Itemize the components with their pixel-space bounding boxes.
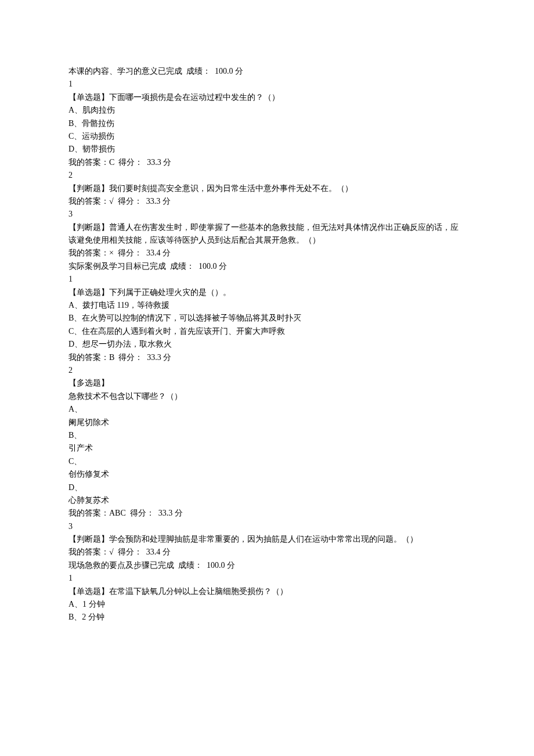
question-option: D、韧带损伤 [68,143,466,156]
answer-line: 我的答案：√ 得分： 33.3 分 [68,195,466,208]
question-option: A、 [68,403,466,416]
document-page: 本课的内容、学习的意义已完成 成绩： 100.0 分 1 【单选题】下面哪一项损… [0,0,534,756]
section-header: 现场急救的要点及步骤已完成 成绩： 100.0 分 [68,559,466,572]
answer-line: 我的答案：× 得分： 33.4 分 [68,247,466,260]
question-option: A、1 分钟 [68,598,466,611]
question-prompt: 急救技术不包含以下哪些？（） [68,390,466,403]
question-number: 3 [68,208,466,221]
question-option: B、在火势可以控制的情况下，可以选择被子等物品将其及时扑灭 [68,312,466,325]
answer-line: 我的答案：B 得分： 33.3 分 [68,351,466,364]
question-prompt: 【判断题】学会预防和处理脚抽筋是非常重要的，因为抽筋是人们在运动中常常出现的问题… [68,533,466,546]
answer-line: 我的答案：C 得分： 33.3 分 [68,156,466,169]
question-option: 创伤修复术 [68,468,466,481]
question-option: 阑尾切除术 [68,416,466,429]
section-header: 本课的内容、学习的意义已完成 成绩： 100.0 分 [68,65,466,78]
question-prompt: 【单选题】下列属于正确处理火灾的是（）。 [68,286,466,299]
question-number: 2 [68,169,466,182]
question-prompt: 【判断题】普通人在伤害发生时，即使掌握了一些基本的急救技能，但无法对具体情况作出… [68,221,466,247]
question-number: 3 [68,520,466,533]
answer-line: 我的答案：√ 得分： 33.4 分 [68,546,466,559]
question-option: D、 [68,481,466,494]
question-prompt: 【多选题】 [68,377,466,390]
question-option: C、运动损伤 [68,130,466,143]
question-option: 引产术 [68,442,466,455]
question-prompt: 【单选题】在常温下缺氧几分钟以上会让脑细胞受损伤？（） [68,585,466,598]
question-number: 1 [68,273,466,286]
question-option: A、拨打电话 119，等待救援 [68,299,466,312]
question-option: C、住在高层的人遇到着火时，首先应该开门、开窗大声呼救 [68,325,466,338]
question-option: D、想尽一切办法，取水救火 [68,338,466,351]
question-option: 心肺复苏术 [68,494,466,507]
question-option: B、 [68,429,466,442]
section-header: 实际案例及学习目标已完成 成绩： 100.0 分 [68,260,466,273]
question-option: B、2 分钟 [68,611,466,624]
question-number: 1 [68,572,466,585]
question-number: 2 [68,364,466,377]
answer-line: 我的答案：ABC 得分： 33.3 分 [68,507,466,520]
question-option: A、肌肉拉伤 [68,104,466,117]
question-number: 1 [68,78,466,91]
question-prompt: 【判断题】我们要时刻提高安全意识，因为日常生活中意外事件无处不在。（） [68,182,466,195]
question-option: B、骨骼拉伤 [68,117,466,130]
question-prompt: 【单选题】下面哪一项损伤是会在运动过程中发生的？（） [68,91,466,104]
question-option: C、 [68,455,466,468]
